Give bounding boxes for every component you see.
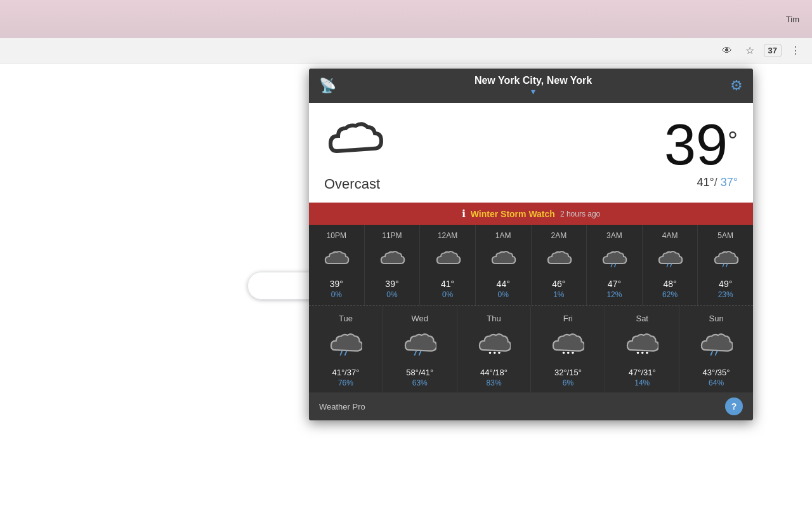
day-cell: Fri 32°/15° 6% [531,306,605,392]
day-precip: 6% [563,378,573,387]
current-weather-icon [324,113,388,172]
alert-time: 2 hours ago [560,210,600,218]
chevron-down-icon[interactable]: ▾ [531,86,535,97]
day-cell: Wed 58°/41° 63% [383,306,457,392]
hour-icon [600,244,628,276]
hour-temp: 49° [719,279,732,289]
hour-temp: 39° [330,279,343,289]
alert-bar[interactable]: ℹ Winter Storm Watch 2 hours ago [309,203,753,225]
svg-line-7 [344,351,346,356]
hour-icon [322,244,350,276]
chrome-toolbar: 👁 ☆ 37 ⋮ [0,38,812,64]
day-icon [551,327,584,365]
day-label: Wed [411,314,428,323]
hourly-section: 10PM 39° 0% 11PM 39° 0% 12AM 41° 0% 1AM [309,225,753,306]
svg-point-10 [488,352,491,354]
user-name: Tim [786,15,799,24]
hour-label: 2AM [551,231,566,240]
hour-cell: 2AM 46° 1% [532,225,587,305]
header-center: New York City, New York ▾ [475,75,592,97]
hour-precip: 0% [386,290,397,299]
hour-precip: 1% [553,290,564,299]
hour-cell: 1AM 44° 0% [476,225,532,305]
eye-icon[interactable]: 👁 [718,42,736,60]
day-precip: 64% [709,378,724,387]
help-button[interactable]: ? [725,398,743,415]
temp-range: 41°/ 37° [664,176,738,189]
svg-point-11 [493,352,495,354]
day-precip: 76% [338,378,353,387]
widget-header: 📡 New York City, New York ▾ ⚙ [309,69,753,103]
svg-point-16 [637,352,639,354]
svg-point-13 [563,352,565,354]
widget-footer: Weather Pro ? [309,392,753,420]
hour-precip: 0% [498,290,509,299]
high-temp: 41° [697,176,714,189]
day-precip: 14% [634,378,650,387]
hour-temp: 46° [552,279,565,289]
svg-line-6 [340,351,342,356]
day-label: Sat [636,314,648,323]
day-icon [329,327,362,365]
svg-line-19 [710,351,712,356]
hour-cell: 11PM 39° 0% [365,225,421,305]
day-label: Sun [709,314,723,323]
day-cell: Thu 44°/18° 83% [457,306,532,392]
hour-temp: 47° [608,279,621,289]
hour-cell: 4AM 48° 62% [643,225,698,305]
extension-badge[interactable]: 37 [764,44,782,57]
hour-temp: 48° [663,279,676,289]
day-label: Thu [487,314,501,323]
day-temps: 44°/18° [480,368,508,377]
hour-icon [545,244,573,276]
hour-label: 12AM [438,231,457,240]
gear-icon[interactable]: ⚙ [730,77,743,94]
hour-icon [378,244,406,276]
day-temps: 32°/15° [554,368,582,377]
menu-icon[interactable]: ⋮ [787,42,804,60]
hour-label: 5AM [717,231,733,240]
hour-precip: 0% [442,290,453,299]
hour-icon [712,244,740,276]
hour-icon [489,244,517,276]
star-icon[interactable]: ☆ [741,42,759,60]
day-label: Fri [563,314,573,323]
hour-precip: 12% [606,290,622,299]
day-icon [625,327,658,365]
hour-temp: 44° [497,279,510,289]
svg-point-14 [567,352,570,354]
radar-icon: 📡 [319,77,336,94]
hour-icon [656,244,684,276]
svg-line-8 [414,351,416,356]
hour-label: 11PM [382,231,402,240]
hour-precip: 23% [718,290,733,299]
svg-point-18 [646,352,648,354]
day-temps: 43°/35° [703,368,730,377]
degree-symbol: ° [728,126,738,155]
day-cell: Sat 47°/31° 14% [605,306,679,392]
hour-label: 3AM [606,231,622,240]
hour-temp: 41° [441,279,454,289]
svg-point-12 [498,352,501,354]
low-temp: 37° [721,176,738,189]
hour-temp: 39° [385,279,398,289]
alert-title: Winter Storm Watch [471,209,555,219]
hour-label: 10PM [327,231,346,240]
chrome-titlebar: Tim [0,0,812,38]
day-temps: 47°/31° [629,368,656,377]
day-precip: 83% [487,378,502,387]
city-name[interactable]: New York City, New York [475,75,592,86]
hour-cell: 3AM 47° 12% [587,225,643,305]
condition-label: Overcast [324,176,388,192]
hour-cell: 5AM 49° 23% [698,225,753,305]
daily-section: Tue 41°/37° 76% Wed 58°/41° 63% Thu [309,306,753,392]
hour-cell: 10PM 39° 0% [309,225,365,305]
svg-point-17 [641,352,644,354]
weather-widget: 📡 New York City, New York ▾ ⚙ Overcast 3… [309,69,753,420]
current-temperature: 39 [664,116,728,173]
footer-title: Weather Pro [319,402,365,411]
header-left: 📡 [319,77,336,94]
current-left: Overcast [324,113,388,192]
svg-line-20 [716,351,717,356]
day-temps: 58°/41° [406,368,433,377]
